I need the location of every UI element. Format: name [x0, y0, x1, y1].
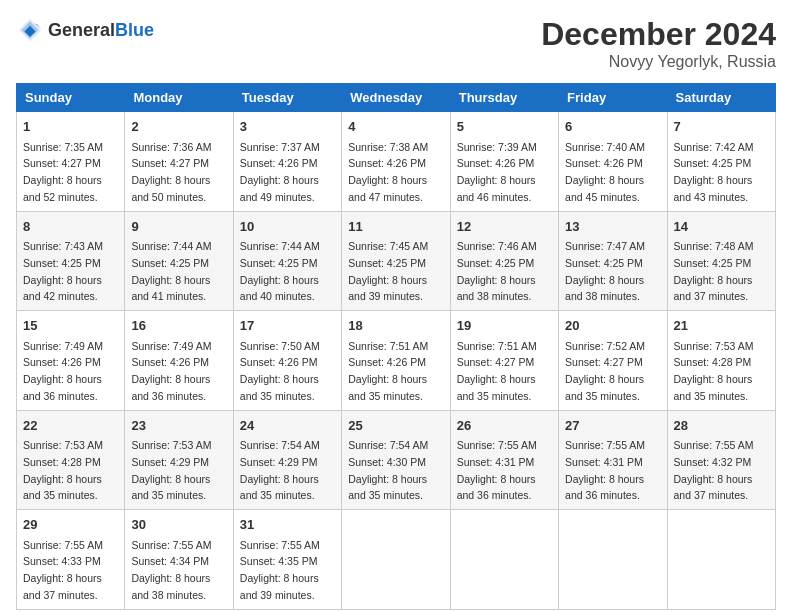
- day-number: 26: [457, 416, 552, 436]
- day-info: Sunrise: 7:55 AMSunset: 4:31 PMDaylight:…: [457, 439, 537, 501]
- table-row: 4 Sunrise: 7:38 AMSunset: 4:26 PMDayligh…: [342, 112, 450, 212]
- day-info: Sunrise: 7:42 AMSunset: 4:25 PMDaylight:…: [674, 141, 754, 203]
- table-row: 24 Sunrise: 7:54 AMSunset: 4:29 PMDaylig…: [233, 410, 341, 510]
- table-row: 28 Sunrise: 7:55 AMSunset: 4:32 PMDaylig…: [667, 410, 775, 510]
- table-row: 17 Sunrise: 7:50 AMSunset: 4:26 PMDaylig…: [233, 311, 341, 411]
- day-info: Sunrise: 7:50 AMSunset: 4:26 PMDaylight:…: [240, 340, 320, 402]
- col-thursday: Thursday: [450, 84, 558, 112]
- month-title: December 2024: [541, 16, 776, 53]
- day-number: 22: [23, 416, 118, 436]
- col-saturday: Saturday: [667, 84, 775, 112]
- location-title: Novyy Yegorlyk, Russia: [541, 53, 776, 71]
- day-info: Sunrise: 7:38 AMSunset: 4:26 PMDaylight:…: [348, 141, 428, 203]
- table-row: 30 Sunrise: 7:55 AMSunset: 4:34 PMDaylig…: [125, 510, 233, 610]
- calendar-week-row: 29 Sunrise: 7:55 AMSunset: 4:33 PMDaylig…: [17, 510, 776, 610]
- table-row: 3 Sunrise: 7:37 AMSunset: 4:26 PMDayligh…: [233, 112, 341, 212]
- table-row: [450, 510, 558, 610]
- day-number: 28: [674, 416, 769, 436]
- table-row: 23 Sunrise: 7:53 AMSunset: 4:29 PMDaylig…: [125, 410, 233, 510]
- day-info: Sunrise: 7:44 AMSunset: 4:25 PMDaylight:…: [131, 240, 211, 302]
- day-info: Sunrise: 7:47 AMSunset: 4:25 PMDaylight:…: [565, 240, 645, 302]
- day-number: 16: [131, 316, 226, 336]
- day-info: Sunrise: 7:51 AMSunset: 4:27 PMDaylight:…: [457, 340, 537, 402]
- day-number: 13: [565, 217, 660, 237]
- day-number: 1: [23, 117, 118, 137]
- table-row: 11 Sunrise: 7:45 AMSunset: 4:25 PMDaylig…: [342, 211, 450, 311]
- day-info: Sunrise: 7:53 AMSunset: 4:28 PMDaylight:…: [23, 439, 103, 501]
- day-number: 6: [565, 117, 660, 137]
- table-row: 12 Sunrise: 7:46 AMSunset: 4:25 PMDaylig…: [450, 211, 558, 311]
- day-info: Sunrise: 7:37 AMSunset: 4:26 PMDaylight:…: [240, 141, 320, 203]
- calendar-week-row: 22 Sunrise: 7:53 AMSunset: 4:28 PMDaylig…: [17, 410, 776, 510]
- day-number: 25: [348, 416, 443, 436]
- day-number: 10: [240, 217, 335, 237]
- table-row: 6 Sunrise: 7:40 AMSunset: 4:26 PMDayligh…: [559, 112, 667, 212]
- day-number: 3: [240, 117, 335, 137]
- table-row: 7 Sunrise: 7:42 AMSunset: 4:25 PMDayligh…: [667, 112, 775, 212]
- day-number: 2: [131, 117, 226, 137]
- table-row: 31 Sunrise: 7:55 AMSunset: 4:35 PMDaylig…: [233, 510, 341, 610]
- day-info: Sunrise: 7:51 AMSunset: 4:26 PMDaylight:…: [348, 340, 428, 402]
- day-number: 27: [565, 416, 660, 436]
- table-row: 21 Sunrise: 7:53 AMSunset: 4:28 PMDaylig…: [667, 311, 775, 411]
- day-info: Sunrise: 7:55 AMSunset: 4:31 PMDaylight:…: [565, 439, 645, 501]
- day-number: 14: [674, 217, 769, 237]
- day-info: Sunrise: 7:35 AMSunset: 4:27 PMDaylight:…: [23, 141, 103, 203]
- day-number: 8: [23, 217, 118, 237]
- table-row: 20 Sunrise: 7:52 AMSunset: 4:27 PMDaylig…: [559, 311, 667, 411]
- day-number: 24: [240, 416, 335, 436]
- table-row: 1 Sunrise: 7:35 AMSunset: 4:27 PMDayligh…: [17, 112, 125, 212]
- header: GeneralBlue December 2024 Novyy Yegorlyk…: [16, 16, 776, 71]
- table-row: 14 Sunrise: 7:48 AMSunset: 4:25 PMDaylig…: [667, 211, 775, 311]
- day-number: 7: [674, 117, 769, 137]
- day-number: 17: [240, 316, 335, 336]
- calendar-week-row: 1 Sunrise: 7:35 AMSunset: 4:27 PMDayligh…: [17, 112, 776, 212]
- table-row: [667, 510, 775, 610]
- day-info: Sunrise: 7:36 AMSunset: 4:27 PMDaylight:…: [131, 141, 211, 203]
- table-row: 29 Sunrise: 7:55 AMSunset: 4:33 PMDaylig…: [17, 510, 125, 610]
- table-row: [559, 510, 667, 610]
- day-info: Sunrise: 7:49 AMSunset: 4:26 PMDaylight:…: [131, 340, 211, 402]
- table-row: 2 Sunrise: 7:36 AMSunset: 4:27 PMDayligh…: [125, 112, 233, 212]
- logo-general: General: [48, 20, 115, 40]
- calendar-week-row: 15 Sunrise: 7:49 AMSunset: 4:26 PMDaylig…: [17, 311, 776, 411]
- calendar-week-row: 8 Sunrise: 7:43 AMSunset: 4:25 PMDayligh…: [17, 211, 776, 311]
- day-info: Sunrise: 7:44 AMSunset: 4:25 PMDaylight:…: [240, 240, 320, 302]
- day-info: Sunrise: 7:49 AMSunset: 4:26 PMDaylight:…: [23, 340, 103, 402]
- day-info: Sunrise: 7:48 AMSunset: 4:25 PMDaylight:…: [674, 240, 754, 302]
- day-info: Sunrise: 7:52 AMSunset: 4:27 PMDaylight:…: [565, 340, 645, 402]
- day-info: Sunrise: 7:54 AMSunset: 4:29 PMDaylight:…: [240, 439, 320, 501]
- table-row: [342, 510, 450, 610]
- table-row: 8 Sunrise: 7:43 AMSunset: 4:25 PMDayligh…: [17, 211, 125, 311]
- table-row: 16 Sunrise: 7:49 AMSunset: 4:26 PMDaylig…: [125, 311, 233, 411]
- day-number: 20: [565, 316, 660, 336]
- day-info: Sunrise: 7:55 AMSunset: 4:34 PMDaylight:…: [131, 539, 211, 601]
- table-row: 13 Sunrise: 7:47 AMSunset: 4:25 PMDaylig…: [559, 211, 667, 311]
- table-row: 19 Sunrise: 7:51 AMSunset: 4:27 PMDaylig…: [450, 311, 558, 411]
- logo-text: GeneralBlue: [48, 20, 154, 41]
- day-number: 31: [240, 515, 335, 535]
- table-row: 10 Sunrise: 7:44 AMSunset: 4:25 PMDaylig…: [233, 211, 341, 311]
- table-row: 27 Sunrise: 7:55 AMSunset: 4:31 PMDaylig…: [559, 410, 667, 510]
- day-number: 18: [348, 316, 443, 336]
- day-info: Sunrise: 7:55 AMSunset: 4:35 PMDaylight:…: [240, 539, 320, 601]
- col-monday: Monday: [125, 84, 233, 112]
- day-number: 4: [348, 117, 443, 137]
- day-number: 9: [131, 217, 226, 237]
- day-number: 29: [23, 515, 118, 535]
- table-row: 26 Sunrise: 7:55 AMSunset: 4:31 PMDaylig…: [450, 410, 558, 510]
- day-info: Sunrise: 7:55 AMSunset: 4:33 PMDaylight:…: [23, 539, 103, 601]
- col-sunday: Sunday: [17, 84, 125, 112]
- day-info: Sunrise: 7:39 AMSunset: 4:26 PMDaylight:…: [457, 141, 537, 203]
- table-row: 25 Sunrise: 7:54 AMSunset: 4:30 PMDaylig…: [342, 410, 450, 510]
- day-info: Sunrise: 7:53 AMSunset: 4:28 PMDaylight:…: [674, 340, 754, 402]
- day-number: 19: [457, 316, 552, 336]
- day-number: 23: [131, 416, 226, 436]
- day-info: Sunrise: 7:53 AMSunset: 4:29 PMDaylight:…: [131, 439, 211, 501]
- day-number: 5: [457, 117, 552, 137]
- col-tuesday: Tuesday: [233, 84, 341, 112]
- col-wednesday: Wednesday: [342, 84, 450, 112]
- logo: GeneralBlue: [16, 16, 154, 44]
- day-number: 11: [348, 217, 443, 237]
- col-friday: Friday: [559, 84, 667, 112]
